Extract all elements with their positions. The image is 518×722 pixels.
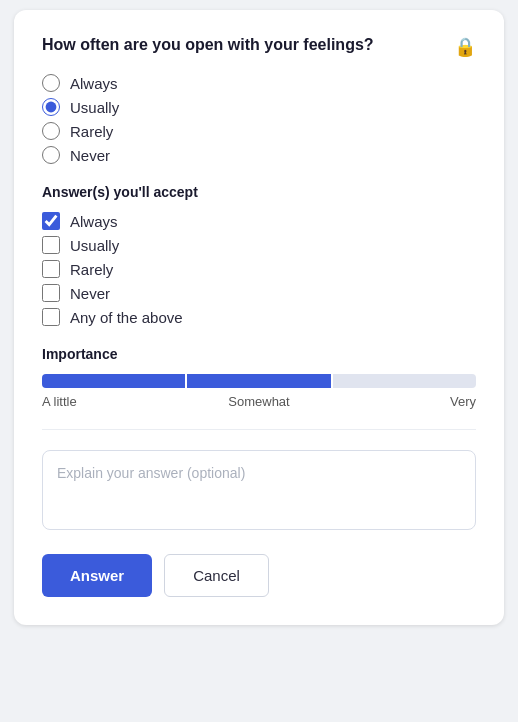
checkbox-group: Always Usually Rarely Never Any of the a… [42, 212, 476, 326]
accept-section-label: Answer(s) you'll accept [42, 184, 476, 200]
checkbox-always-label: Always [70, 213, 118, 230]
importance-label: Importance [42, 346, 476, 362]
bar-alittle [42, 374, 185, 388]
importance-labels: A little Somewhat Very [42, 394, 476, 409]
radio-option-rarely[interactable]: Rarely [42, 122, 476, 140]
radio-rarely[interactable] [42, 122, 60, 140]
button-row: Answer Cancel [42, 554, 476, 597]
radio-option-usually[interactable]: Usually [42, 98, 476, 116]
checkbox-always[interactable] [42, 212, 60, 230]
radio-group: Always Usually Rarely Never [42, 74, 476, 164]
importance-section: Importance A little Somewhat Very [42, 346, 476, 409]
radio-rarely-label: Rarely [70, 123, 113, 140]
importance-very: Very [331, 394, 476, 409]
divider [42, 429, 476, 430]
radio-option-never[interactable]: Never [42, 146, 476, 164]
explain-textarea[interactable] [42, 450, 476, 530]
checkbox-never[interactable] [42, 284, 60, 302]
lock-icon: 🔒 [454, 36, 476, 58]
radio-always-label: Always [70, 75, 118, 92]
bar-somewhat [187, 374, 330, 388]
checkbox-any-label: Any of the above [70, 309, 183, 326]
radio-option-always[interactable]: Always [42, 74, 476, 92]
checkbox-usually-label: Usually [70, 237, 119, 254]
checkbox-rarely[interactable] [42, 260, 60, 278]
radio-never-label: Never [70, 147, 110, 164]
importance-bar[interactable] [42, 374, 476, 388]
question-title: How often are you open with your feeling… [42, 34, 454, 56]
checkbox-any[interactable] [42, 308, 60, 326]
importance-somewhat: Somewhat [187, 394, 332, 409]
checkbox-option-rarely[interactable]: Rarely [42, 260, 476, 278]
checkbox-option-never[interactable]: Never [42, 284, 476, 302]
checkbox-usually[interactable] [42, 236, 60, 254]
cancel-button[interactable]: Cancel [164, 554, 269, 597]
radio-always[interactable] [42, 74, 60, 92]
checkbox-option-usually[interactable]: Usually [42, 236, 476, 254]
checkbox-never-label: Never [70, 285, 110, 302]
bar-very [333, 374, 476, 388]
answer-button[interactable]: Answer [42, 554, 152, 597]
question-card: How often are you open with your feeling… [14, 10, 504, 625]
radio-never[interactable] [42, 146, 60, 164]
radio-usually[interactable] [42, 98, 60, 116]
checkbox-option-always[interactable]: Always [42, 212, 476, 230]
checkbox-option-any[interactable]: Any of the above [42, 308, 476, 326]
checkbox-rarely-label: Rarely [70, 261, 113, 278]
radio-usually-label: Usually [70, 99, 119, 116]
importance-alittle: A little [42, 394, 187, 409]
question-header: How often are you open with your feeling… [42, 34, 476, 58]
